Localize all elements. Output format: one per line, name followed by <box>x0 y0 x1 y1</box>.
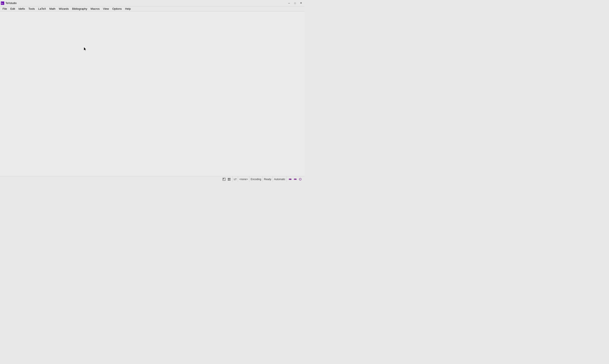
maximize-button[interactable]: □ <box>292 1 298 5</box>
close-button[interactable]: ✕ <box>298 1 304 5</box>
svg-rect-4 <box>223 178 224 179</box>
status-lt: LT <box>233 176 238 182</box>
status-left-icons <box>221 177 233 181</box>
main-content-area <box>0 11 305 176</box>
menu-help[interactable]: Help <box>123 7 132 11</box>
svg-rect-6 <box>229 178 230 179</box>
menu-wizards[interactable]: Wizards <box>57 7 71 11</box>
svg-text:T: T <box>300 179 301 180</box>
title-bar: Tx TeXstudio ─ □ ✕ <box>0 0 305 6</box>
svg-text:Tx: Tx <box>1 2 3 4</box>
status-right-icon-3[interactable]: T <box>298 177 302 181</box>
svg-text:T: T <box>289 179 290 181</box>
status-encoding[interactable]: Encoding <box>249 176 262 182</box>
menu-bibliography[interactable]: Bibliography <box>71 7 89 11</box>
menu-latex[interactable]: LaTeX <box>37 7 48 11</box>
menu-idefix[interactable]: Idefix <box>17 7 26 11</box>
menu-view[interactable]: View <box>101 7 111 11</box>
menu-bar: File Edit Idefix Tools LaTeX Math Wizard… <box>0 6 305 11</box>
svg-rect-8 <box>229 180 230 181</box>
status-icon-1[interactable] <box>222 177 226 181</box>
status-bar: LT <none> Encoding Ready Automatic T Tx <box>0 176 305 182</box>
app-icon: Tx <box>1 1 4 5</box>
menu-macros[interactable]: Macros <box>89 7 101 11</box>
menu-math[interactable]: Math <box>48 7 57 11</box>
minimize-button[interactable]: ─ <box>286 1 292 5</box>
status-right-icon-2[interactable]: Tx <box>293 177 297 181</box>
menu-tools[interactable]: Tools <box>26 7 36 11</box>
title-bar-left: Tx TeXstudio <box>1 1 17 5</box>
svg-rect-7 <box>228 180 229 181</box>
svg-rect-5 <box>228 178 229 179</box>
status-ready: Ready <box>262 176 272 182</box>
status-icon-2[interactable] <box>227 177 231 181</box>
menu-edit[interactable]: Edit <box>9 7 17 11</box>
status-right-icons: T Tx T <box>286 176 304 182</box>
status-none: <none> <box>238 176 249 182</box>
menu-file[interactable]: File <box>1 7 9 11</box>
window-controls: ─ □ ✕ <box>286 1 304 5</box>
app-title: TeXstudio <box>5 2 17 5</box>
status-right-icon-1[interactable]: T <box>288 177 292 181</box>
menu-options[interactable]: Options <box>111 7 124 11</box>
status-automatic: Automatic <box>272 176 286 182</box>
svg-text:Tx: Tx <box>294 179 296 181</box>
